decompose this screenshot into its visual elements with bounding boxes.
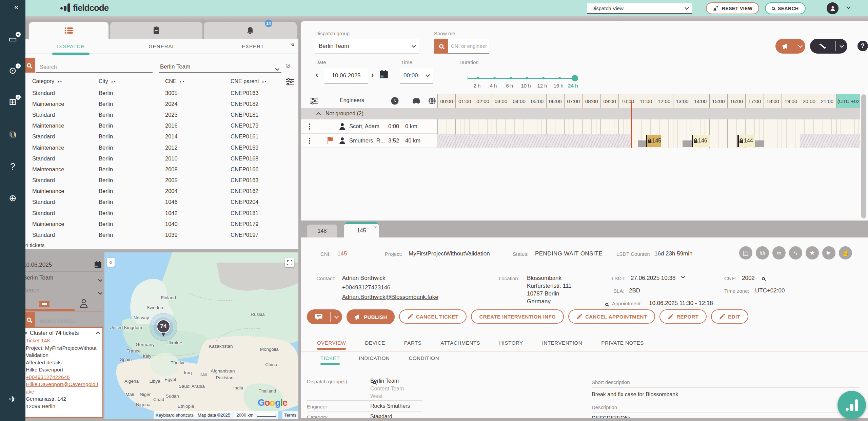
tab-dispatch[interactable]: DISPATCH bbox=[25, 39, 116, 54]
publish-button[interactable]: PUBLISH bbox=[347, 309, 395, 324]
time-select[interactable]: 00:00 bbox=[400, 68, 433, 83]
engineer-row[interactable]: Smuthers, R... 3:52 40 km 145 146 144 bbox=[301, 134, 860, 148]
cluster-email-link[interactable]: Hilke.Davenport@Caverngold.fake bbox=[26, 381, 100, 395]
calendar-icon[interactable] bbox=[94, 261, 102, 268]
cni-engineer-input[interactable]: CNI or engineer bbox=[448, 39, 489, 54]
table-row[interactable]: MaintenanceBerlin2008CNEP0166 bbox=[25, 164, 298, 175]
ticket-mode-icon[interactable] bbox=[39, 300, 50, 308]
ticket-tab-148[interactable]: 148 bbox=[307, 225, 337, 237]
notifications-tab[interactable]: 14 bbox=[204, 22, 297, 39]
person-mode-icon[interactable] bbox=[79, 299, 88, 308]
windows-icon[interactable]: ⧉ bbox=[0, 129, 25, 139]
engineer-row[interactable]: Scott, Adam 0:00 0 km bbox=[301, 119, 860, 134]
table-row[interactable]: StandardBerlin1039CNEP0197 bbox=[25, 229, 298, 240]
car-icon[interactable] bbox=[412, 98, 421, 104]
auto-assign-split-button[interactable] bbox=[810, 39, 847, 54]
duration-tick[interactable]: 2 h bbox=[469, 83, 485, 91]
table-row[interactable]: StandardBerlin1042CNEP0181 bbox=[25, 208, 298, 218]
column-settings-icon[interactable] bbox=[286, 78, 294, 85]
chevron-down-icon[interactable] bbox=[681, 274, 685, 279]
col-category[interactable]: Category▲▼ bbox=[32, 78, 99, 84]
appointment-block[interactable]: 146 bbox=[692, 135, 710, 147]
search-icon[interactable] bbox=[605, 303, 608, 306]
timeline-scrollbar[interactable] bbox=[861, 94, 866, 218]
handshake-icon[interactable]: ☛ bbox=[822, 246, 835, 260]
map-status-select[interactable]: Status bbox=[22, 284, 103, 297]
cluster-ticket-link[interactable]: Ticket 148 bbox=[26, 337, 100, 344]
notebook-icon[interactable]: ▤ bbox=[739, 246, 752, 260]
map-search-input[interactable]: Search tickets... bbox=[35, 312, 103, 326]
collapse-panel-icon[interactable]: « bbox=[291, 43, 294, 46]
create-intervention-info-button[interactable]: CREATE INTERVENTION INFO bbox=[471, 309, 564, 324]
tab-private-notes[interactable]: PRIVATE NOTES bbox=[601, 340, 644, 350]
table-row[interactable]: MaintenanceBerlin2004CNEP0162 bbox=[25, 186, 298, 197]
cancel-ticket-button[interactable]: CANCEL TICKET bbox=[399, 309, 467, 324]
table-row[interactable]: StandardBerlin1046CNEP0204 bbox=[25, 197, 298, 208]
fullscreen-icon[interactable] bbox=[285, 258, 294, 267]
report-button[interactable]: REPORT bbox=[659, 309, 707, 324]
tab-intervention[interactable]: INTERVENTION bbox=[542, 340, 583, 350]
announce-split-button[interactable] bbox=[775, 39, 805, 54]
ticket-add-icon[interactable]: ▭+ bbox=[0, 34, 25, 44]
view-select[interactable]: Dispatch View bbox=[587, 3, 692, 14]
table-row[interactable]: StandardBerlin2023CNEP0181 bbox=[25, 109, 298, 120]
duration-tick[interactable]: 4 h bbox=[485, 83, 501, 91]
sort-icon[interactable]: ▲▼ bbox=[57, 81, 62, 83]
group-row[interactable]: Not grouped (2) bbox=[301, 108, 860, 119]
cluster-phone-link[interactable]: +00493127422646 bbox=[26, 374, 100, 381]
tab-device[interactable]: DEVICE bbox=[365, 340, 385, 350]
subtab-indication[interactable]: INDICATION bbox=[359, 355, 390, 365]
engineer-timeline[interactable]: 145 146 144 bbox=[437, 134, 860, 148]
collapse-map-list-icon[interactable]: « bbox=[107, 258, 115, 267]
help-icon[interactable]: ? bbox=[0, 161, 25, 172]
subtab-condition[interactable]: CONDITION bbox=[409, 355, 439, 365]
cluster-marker[interactable]: 74 bbox=[156, 320, 171, 334]
hand-icon[interactable]: ☝ bbox=[839, 246, 852, 260]
next-day-icon[interactable]: › bbox=[371, 71, 374, 79]
sort-icon[interactable]: ▲▼ bbox=[262, 81, 267, 83]
duration-tick[interactable]: 12 h bbox=[534, 83, 550, 91]
bolt-icon[interactable]: ϟ bbox=[789, 246, 802, 260]
tab-parts[interactable]: PARTS bbox=[404, 340, 422, 350]
cancel-appointment-button[interactable]: CANCEL APPOINTMENT bbox=[568, 309, 655, 324]
ticket-tab-145[interactable]: 145 × bbox=[344, 222, 379, 237]
table-row[interactable]: MaintenanceBerlin1040CNEP0179 bbox=[25, 218, 298, 229]
help-button[interactable]: ? bbox=[857, 41, 868, 51]
kebab-menu-icon[interactable] bbox=[309, 138, 310, 144]
chat-widget-button[interactable] bbox=[837, 391, 866, 419]
appointment-block[interactable]: 145 bbox=[646, 135, 661, 147]
engineer-timeline[interactable] bbox=[437, 119, 860, 134]
chevron-up-icon[interactable] bbox=[96, 331, 100, 336]
map-date-field[interactable]: 10.06.2025 bbox=[22, 256, 103, 271]
tab-general[interactable]: GENERAL bbox=[116, 39, 207, 54]
unlink-icon[interactable]: ⊘ bbox=[285, 62, 291, 70]
search-icon[interactable] bbox=[762, 277, 765, 280]
duration-slider[interactable] bbox=[468, 78, 577, 79]
date-input[interactable]: 10.06.2025 bbox=[324, 68, 368, 83]
map-canvas[interactable]: FinlandSwedenNorwayUnited KingdomRussiaG… bbox=[104, 252, 298, 419]
calendar-icon[interactable] bbox=[379, 70, 388, 79]
duration-tick[interactable]: 10 h bbox=[518, 83, 534, 91]
spaceship-icon[interactable]: ✈ bbox=[0, 394, 25, 404]
ticket-search-input[interactable]: Search bbox=[36, 58, 153, 73]
reset-view-button[interactable]: RESET VIEW bbox=[706, 2, 759, 14]
filter-sliders-icon[interactable] bbox=[310, 98, 318, 104]
col-cne[interactable]: CNE▲▼ bbox=[165, 78, 231, 84]
contact-email-link[interactable]: Adrian.Borthwick@Blossombank.fake bbox=[342, 294, 438, 301]
table-row[interactable]: StandardBerlin2014CNEP0161 bbox=[25, 131, 298, 142]
ufo-add-icon[interactable]: ⊙+ bbox=[0, 65, 25, 76]
clock-icon[interactable] bbox=[391, 97, 399, 105]
contact-phone-link[interactable]: +00493127423146 bbox=[342, 284, 390, 291]
team-select[interactable]: Berlin Team bbox=[159, 58, 281, 73]
dispatch-group-select[interactable]: Berlin Team bbox=[315, 39, 419, 54]
search-icon-box[interactable] bbox=[434, 39, 448, 54]
slider-handle[interactable] bbox=[572, 75, 578, 81]
col-cne-parent[interactable]: CNE parent▲▼ bbox=[231, 78, 292, 84]
table-row[interactable]: MaintenanceBerlin2024CNEP0182 bbox=[25, 98, 298, 109]
star-icon[interactable]: ★ bbox=[806, 246, 819, 260]
globe-icon[interactable] bbox=[428, 97, 436, 105]
table-row[interactable]: MaintenanceBerlin2016CNEP0179 bbox=[25, 120, 298, 131]
table-row[interactable]: StandardBerlin2010CNEP0168 bbox=[25, 153, 298, 164]
box-add-icon[interactable]: ⊞+ bbox=[0, 97, 25, 107]
table-row[interactable]: StandardBerlin2005CNEP0163 bbox=[25, 175, 298, 186]
